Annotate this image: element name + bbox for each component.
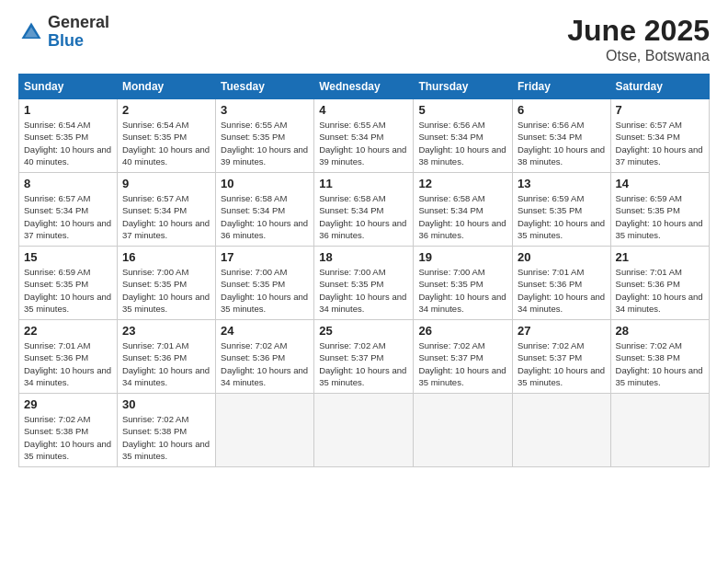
calendar-cell: 10 Sunrise: 6:58 AMSunset: 5:34 PMDaylig… [216,173,314,247]
day-detail: Sunrise: 7:02 AMSunset: 5:37 PMDaylight:… [319,340,406,387]
logo-icon [18,19,44,45]
page: General Blue June 2025 Otse, Botswana Su… [0,0,728,563]
day-number: 27 [518,324,606,338]
day-detail: Sunrise: 6:54 AMSunset: 5:35 PMDaylight:… [122,120,210,167]
day-detail: Sunrise: 7:00 AMSunset: 5:35 PMDaylight:… [221,267,308,314]
day-detail: Sunrise: 7:02 AMSunset: 5:37 PMDaylight:… [518,340,605,387]
calendar-cell: 28 Sunrise: 7:02 AMSunset: 5:38 PMDaylig… [610,320,709,394]
logo-text: General Blue [48,14,109,51]
day-detail: Sunrise: 7:00 AMSunset: 5:35 PMDaylight:… [122,267,210,314]
day-number: 25 [319,324,408,338]
day-detail: Sunrise: 6:56 AMSunset: 5:34 PMDaylight:… [418,120,506,167]
calendar-cell: 1 Sunrise: 6:54 AMSunset: 5:35 PMDayligh… [19,99,118,173]
day-detail: Sunrise: 6:57 AMSunset: 5:34 PMDaylight:… [616,120,703,167]
day-number: 16 [122,250,210,264]
calendar-cell: 12 Sunrise: 6:58 AMSunset: 5:34 PMDaylig… [414,173,513,247]
day-number: 26 [418,324,507,338]
calendar-cell [216,394,314,467]
logo-blue: Blue [48,32,109,51]
calendar-cell [314,394,414,467]
calendar-week-5: 29 Sunrise: 7:02 AMSunset: 5:38 PMDaylig… [19,394,710,467]
calendar-week-3: 15 Sunrise: 6:59 AMSunset: 5:35 PMDaylig… [19,247,710,320]
day-detail: Sunrise: 7:01 AMSunset: 5:36 PMDaylight:… [122,340,210,387]
day-number: 4 [319,103,408,117]
calendar-cell: 19 Sunrise: 7:00 AMSunset: 5:35 PMDaylig… [414,247,513,320]
day-detail: Sunrise: 6:54 AMSunset: 5:35 PMDaylight:… [24,120,111,167]
day-detail: Sunrise: 6:55 AMSunset: 5:34 PMDaylight:… [319,120,406,167]
calendar-cell: 17 Sunrise: 7:00 AMSunset: 5:35 PMDaylig… [216,247,314,320]
calendar-cell: 29 Sunrise: 7:02 AMSunset: 5:38 PMDaylig… [19,394,118,467]
calendar-cell: 26 Sunrise: 7:02 AMSunset: 5:37 PMDaylig… [414,320,513,394]
day-detail: Sunrise: 7:02 AMSunset: 5:37 PMDaylight:… [418,340,506,387]
location: Otse, Botswana [567,48,710,64]
calendar-cell: 25 Sunrise: 7:02 AMSunset: 5:37 PMDaylig… [314,320,414,394]
day-number: 14 [616,177,704,190]
calendar-cell: 9 Sunrise: 6:57 AMSunset: 5:34 PMDayligh… [117,173,215,247]
day-number: 13 [518,177,606,190]
day-detail: Sunrise: 6:58 AMSunset: 5:34 PMDaylight:… [221,193,308,240]
col-wednesday: Wednesday [314,75,414,99]
day-detail: Sunrise: 6:58 AMSunset: 5:34 PMDaylight:… [418,193,506,240]
col-tuesday: Tuesday [216,75,314,99]
day-number: 3 [221,103,309,117]
col-thursday: Thursday [414,75,513,99]
calendar-cell [512,394,610,467]
day-number: 1 [24,103,112,117]
logo-general: General [48,14,109,32]
day-detail: Sunrise: 6:56 AMSunset: 5:34 PMDaylight:… [518,120,605,167]
calendar-cell: 30 Sunrise: 7:02 AMSunset: 5:38 PMDaylig… [117,394,215,467]
title-block: June 2025 Otse, Botswana [567,14,710,64]
day-number: 29 [24,397,112,411]
day-detail: Sunrise: 6:57 AMSunset: 5:34 PMDaylight:… [122,193,210,240]
calendar-cell: 21 Sunrise: 7:01 AMSunset: 5:36 PMDaylig… [610,247,709,320]
header: General Blue June 2025 Otse, Botswana [18,14,710,64]
calendar-cell: 22 Sunrise: 7:01 AMSunset: 5:36 PMDaylig… [19,320,118,394]
col-sunday: Sunday [19,75,118,99]
day-detail: Sunrise: 6:58 AMSunset: 5:34 PMDaylight:… [319,193,406,240]
day-number: 24 [221,324,309,338]
day-detail: Sunrise: 6:57 AMSunset: 5:34 PMDaylight:… [24,193,111,240]
calendar-header-row: Sunday Monday Tuesday Wednesday Thursday… [19,75,710,99]
day-number: 19 [418,250,507,264]
day-detail: Sunrise: 7:00 AMSunset: 5:35 PMDaylight:… [319,267,406,314]
col-monday: Monday [117,75,215,99]
day-number: 18 [319,250,408,264]
day-detail: Sunrise: 7:02 AMSunset: 5:38 PMDaylight:… [24,414,111,461]
calendar-week-1: 1 Sunrise: 6:54 AMSunset: 5:35 PMDayligh… [19,99,710,173]
calendar-cell: 6 Sunrise: 6:56 AMSunset: 5:34 PMDayligh… [512,99,610,173]
day-detail: Sunrise: 7:02 AMSunset: 5:36 PMDaylight:… [221,340,308,387]
day-number: 22 [24,324,112,338]
day-detail: Sunrise: 7:01 AMSunset: 5:36 PMDaylight:… [518,267,605,314]
day-detail: Sunrise: 7:01 AMSunset: 5:36 PMDaylight:… [24,340,111,387]
logo: General Blue [18,14,109,51]
col-saturday: Saturday [610,75,709,99]
day-detail: Sunrise: 6:59 AMSunset: 5:35 PMDaylight:… [518,193,605,240]
calendar-cell: 11 Sunrise: 6:58 AMSunset: 5:34 PMDaylig… [314,173,414,247]
calendar-cell [610,394,709,467]
day-detail: Sunrise: 6:59 AMSunset: 5:35 PMDaylight:… [616,193,703,240]
calendar-cell: 7 Sunrise: 6:57 AMSunset: 5:34 PMDayligh… [610,99,709,173]
day-number: 2 [122,103,210,117]
calendar-cell: 14 Sunrise: 6:59 AMSunset: 5:35 PMDaylig… [610,173,709,247]
day-number: 10 [221,177,309,190]
col-friday: Friday [512,75,610,99]
calendar-cell: 13 Sunrise: 6:59 AMSunset: 5:35 PMDaylig… [512,173,610,247]
day-number: 15 [24,250,112,264]
calendar-cell: 2 Sunrise: 6:54 AMSunset: 5:35 PMDayligh… [117,99,215,173]
day-number: 30 [122,397,210,411]
day-number: 7 [616,103,704,117]
day-number: 6 [518,103,606,117]
calendar-cell: 3 Sunrise: 6:55 AMSunset: 5:35 PMDayligh… [216,99,314,173]
day-number: 8 [24,177,112,190]
calendar: Sunday Monday Tuesday Wednesday Thursday… [18,74,710,467]
day-detail: Sunrise: 6:59 AMSunset: 5:35 PMDaylight:… [24,267,111,314]
day-number: 21 [616,250,704,264]
calendar-week-2: 8 Sunrise: 6:57 AMSunset: 5:34 PMDayligh… [19,173,710,247]
day-number: 17 [221,250,309,264]
day-number: 28 [616,324,704,338]
calendar-cell: 16 Sunrise: 7:00 AMSunset: 5:35 PMDaylig… [117,247,215,320]
calendar-cell: 15 Sunrise: 6:59 AMSunset: 5:35 PMDaylig… [19,247,118,320]
day-number: 9 [122,177,210,190]
month-title: June 2025 [567,14,710,48]
day-detail: Sunrise: 7:00 AMSunset: 5:35 PMDaylight:… [418,267,506,314]
